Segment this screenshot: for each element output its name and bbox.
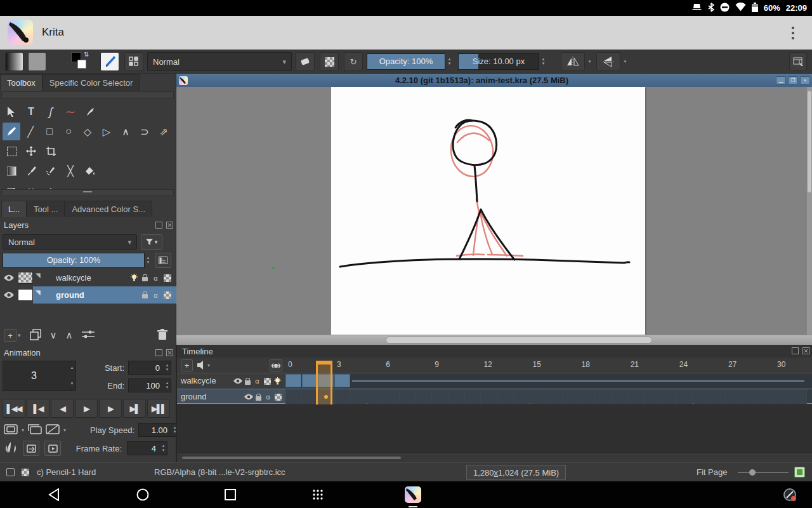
assistant-tool[interactable]: ◸ [3,182,20,189]
timeline-cell[interactable] [367,389,384,404]
timeline-cell[interactable] [416,389,433,404]
minimize-window-button[interactable]: ▁ [776,76,786,84]
keyframe-cell[interactable] [334,374,350,387]
start-spinbox[interactable]: 0 ▲▼ [128,361,171,375]
choose-workspace-button[interactable] [789,52,807,71]
selection-mode-icon[interactable] [6,468,15,476]
size-spin-buttons[interactable]: ▲▼ [540,53,547,70]
pattern-chooser-button[interactable] [28,52,46,71]
eraser-mode-button[interactable] [296,52,315,71]
audio-options-button[interactable]: ▾ [197,361,210,370]
mirror-horizontal-options[interactable]: ▼ [586,53,593,70]
timeline-cell[interactable] [481,389,497,404]
timeline-cell[interactable] [351,389,367,404]
add-layer-options[interactable]: ▾ [18,332,21,338]
alpha-lock-icon[interactable]: α [152,291,160,299]
timeline-cell[interactable] [285,389,302,404]
frame-rate-spinbox[interactable]: 4 ▲▼ [127,441,167,455]
jump-to-end-button[interactable]: ▶▌▌ [147,399,170,418]
next-keyframe-button[interactable]: ▶▌ [123,399,146,418]
timeline-cell[interactable] [791,389,808,404]
timeline-cell[interactable] [742,389,759,404]
timeline-cell[interactable] [563,389,579,404]
freehand-path-tool[interactable]: ∼ [62,103,79,121]
brush-size-slider[interactable]: Size: 10.00 px [458,53,539,70]
add-frame-options[interactable]: ▾ [22,427,24,433]
image-dimensions[interactable]: 1,280 x 1,024 (27.5 MiB) [466,465,566,480]
gradient-chooser-button[interactable] [5,52,23,71]
alpha-lock-icon[interactable]: α [152,274,160,282]
timeline-cell[interactable] [693,389,710,404]
home-button[interactable] [129,481,156,508]
timeline-frames-ground[interactable] [285,389,812,404]
current-frame-spinbox[interactable]: 3 ▲▼ [3,361,76,391]
canvas-page[interactable] [331,87,645,335]
timeline-cell[interactable] [465,389,481,404]
document-window-titlebar[interactable]: 4.2.10 (git 1b1513a): anim-test.kra (27.… [176,74,812,87]
timeline-cell[interactable] [530,389,547,404]
move-tool[interactable] [22,142,40,160]
layer-thumbnail[interactable] [18,272,33,284]
timeline-cell[interactable] [497,389,514,404]
layer-opacity-slider[interactable]: Opacity: 100% [3,253,145,268]
bezier-pen-tool[interactable] [81,103,99,121]
layer-row-ground[interactable]: ◥ ground α [0,286,176,304]
timeline-cell[interactable] [546,389,563,404]
toolbox-drag-handle[interactable] [1,91,174,99]
recents-button[interactable] [217,481,244,508]
timeline-cell[interactable] [595,389,612,404]
mirror-vertical-button[interactable] [596,52,620,71]
keyframe-cell[interactable] [285,374,301,387]
preserve-alpha-button[interactable] [320,52,339,71]
inherit-alpha-icon[interactable] [164,274,171,282]
tab-specific-color-selector[interactable]: Specific Color Selector [43,74,140,91]
fill-tool[interactable] [81,162,99,180]
move-layer-down-button[interactable]: ∨ [50,330,57,341]
tab-tool-options-docker[interactable]: Tool ... [27,201,65,217]
timeline-frames-walkcycle[interactable] [285,373,812,389]
timeline-scrollbar[interactable] [177,452,812,462]
add-layer-button[interactable]: + ▾ [4,329,21,342]
layer-blending-mode-combo[interactable]: Normal▾ [3,234,137,250]
mirror-horizontal-button[interactable] [561,52,585,71]
onion-skin-icon[interactable] [273,377,282,385]
layer-properties-button[interactable] [155,253,171,268]
timeline-row-ground[interactable]: ground α [177,389,285,404]
eye-icon[interactable] [244,394,253,400]
timeline-row-walkcycle[interactable]: walkcycle α [177,373,285,389]
freehand-select-tool[interactable]: ⊃ [136,123,154,140]
choose-brush-preset-button[interactable] [124,52,143,71]
play-button[interactable]: ▶ [75,399,98,418]
inherit-alpha-icon[interactable] [275,394,282,401]
rectangle-tool[interactable]: □ [41,123,58,140]
timeline-cell[interactable] [709,389,726,404]
alpha-lock-icon[interactable]: α [264,393,272,401]
canvas-vertical-scrollbar[interactable] [807,87,812,335]
tab-toolbox[interactable]: Toolbox [0,74,43,91]
previous-frame-button[interactable]: ◀ [51,399,74,418]
layer-filter-button[interactable]: ▾ [141,234,162,250]
back-button[interactable] [41,481,67,508]
play-speed-spinbox[interactable]: 1.00 ▲▼ [138,423,179,437]
duplicate-frame-button[interactable] [28,424,42,436]
foreground-background-colors[interactable]: ⇅ [71,52,94,71]
timeline-cell[interactable] [432,389,449,404]
layers-docker-buttons[interactable] [155,222,173,229]
timeline-cell[interactable] [775,389,791,404]
duplicate-layer-button[interactable] [30,329,41,342]
restore-window-button[interactable]: ❐ [788,76,798,84]
layer-visible-icon[interactable] [4,274,14,281]
transform-tool[interactable] [3,142,20,160]
layer-thumbnail[interactable] [18,289,33,301]
eye-icon[interactable] [233,378,242,384]
add-blank-frame-button[interactable] [4,424,18,436]
apps-grid-button[interactable] [304,481,331,508]
close-window-button[interactable]: × [800,76,810,84]
delete-frame-options[interactable]: ▾ [63,427,66,433]
opacity-slider[interactable]: Opacity: 100% [367,53,445,70]
zoom-fit-timeline-button[interactable] [270,359,282,371]
jump-to-start-button[interactable]: ▌◀◀ [3,399,25,418]
canvas-horizontal-scrollbar[interactable] [176,335,812,345]
ellipse-tool[interactable]: ○ [60,123,77,140]
polygon-tool[interactable]: ◇ [79,123,96,140]
